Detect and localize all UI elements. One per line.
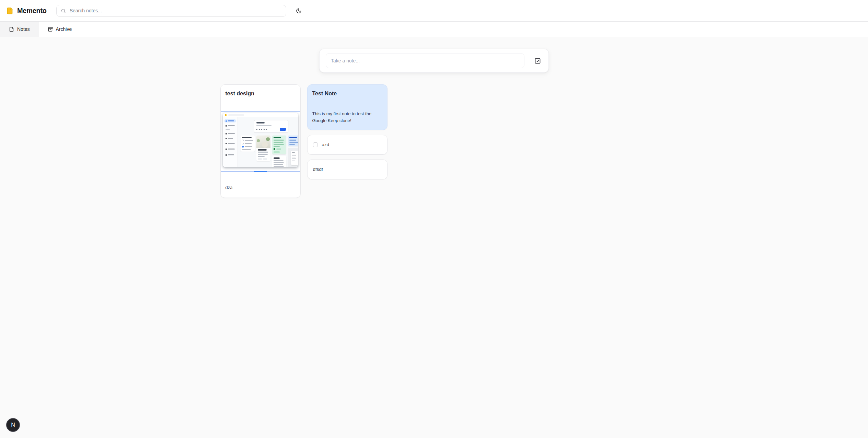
main-content: test design: [0, 37, 868, 198]
note-checkbox[interactable]: [313, 142, 318, 147]
brand: Memento: [6, 7, 47, 15]
thumbnail-composer: [254, 120, 288, 133]
new-list-button[interactable]: [533, 56, 542, 66]
tab-archive[interactable]: Archive: [39, 22, 81, 37]
image-selection-handle[interactable]: [254, 171, 267, 172]
search-icon: [61, 8, 66, 13]
tab-notes[interactable]: Notes: [0, 22, 39, 37]
notes-grid: test design: [0, 84, 868, 198]
grid-column-3: [394, 84, 474, 198]
thumbnail-main: [238, 117, 298, 167]
search-input[interactable]: [69, 8, 282, 14]
note-body: dza: [221, 184, 300, 198]
note-body: azd: [322, 141, 329, 148]
note-card-dfsdf[interactable]: dfsdf: [307, 159, 387, 179]
theme-toggle-button[interactable]: [293, 5, 305, 16]
note-image-thumbnail: [221, 111, 300, 171]
header: Memento: [0, 0, 868, 21]
grid-column-4: [481, 84, 561, 198]
thumbnail-app-window: [223, 113, 298, 167]
app-title: Memento: [17, 7, 47, 15]
thumbnail-list-card: [241, 135, 255, 152]
app-root: { "app": { "name": "Memento" }, "header"…: [0, 0, 868, 438]
note-body: This is my first note to test the Google…: [308, 110, 387, 130]
grid-column-5: [568, 84, 648, 198]
note-title: test design: [225, 91, 296, 97]
thumbnail-green-card: [272, 135, 286, 154]
thumbnail-white-card: [272, 156, 286, 167]
grid-column-1: test design: [220, 84, 301, 198]
thumbnail-blue-card: [288, 135, 298, 146]
avatar-initial: N: [11, 422, 15, 428]
sticky-note-icon: [6, 7, 13, 14]
note-body: dfsdf: [313, 166, 323, 173]
note-card-test-design[interactable]: test design: [220, 84, 301, 198]
note-card-azd[interactable]: azd: [307, 135, 387, 155]
user-avatar[interactable]: N: [6, 418, 20, 432]
thumbnail-phone-card: [288, 148, 298, 167]
note-composer: [319, 49, 549, 73]
tab-notes-label: Notes: [17, 26, 30, 32]
thumbnail-sidebar: [223, 117, 238, 167]
file-icon: [9, 27, 14, 32]
tab-bar: Notes Archive: [0, 21, 868, 37]
thumbnail-photo-card: [256, 135, 270, 161]
note-card-test-note[interactable]: Test Note This is my first note to test …: [307, 84, 387, 130]
check-square-icon: [534, 57, 541, 64]
tab-archive-label: Archive: [56, 26, 72, 32]
note-title: Test Note: [312, 91, 382, 97]
search-bar: [56, 5, 286, 17]
grid-column-2: Test Note This is my first note to test …: [307, 84, 387, 198]
take-note-input[interactable]: [326, 53, 524, 68]
archive-icon: [48, 27, 53, 32]
moon-icon: [296, 8, 302, 14]
